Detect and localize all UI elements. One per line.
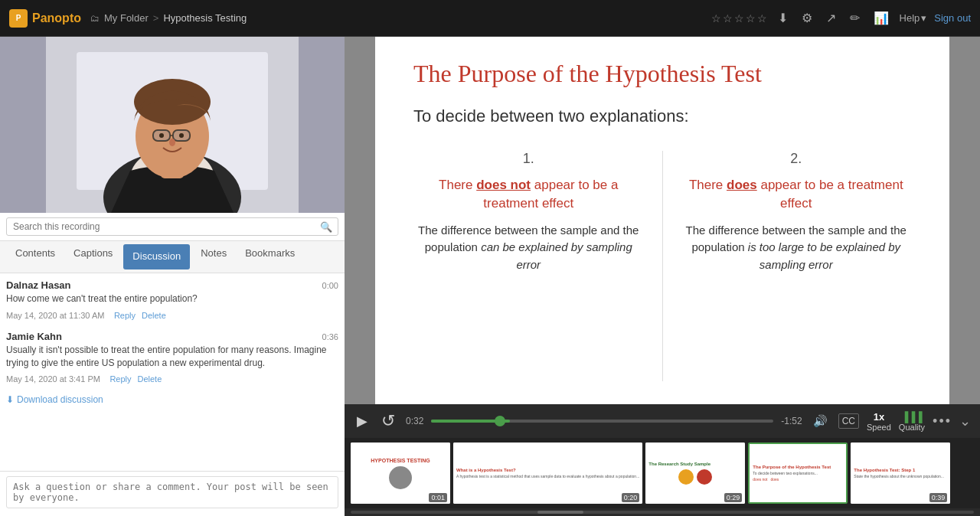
comment-1-time: 0:00 (322, 281, 338, 290)
svg-point-17 (169, 139, 175, 146)
sidebar-item-captions[interactable]: Captions (64, 241, 122, 273)
thumbnail-scrollbar[interactable] (345, 508, 980, 516)
app-logo: P Panopto (9, 9, 81, 28)
download-icon: ⬇ (6, 394, 14, 405)
breadcrumb-current: Hypothesis Testing (163, 12, 247, 24)
sidebar-item-bookmarks[interactable]: Bookmarks (236, 241, 304, 273)
progress-fill (431, 420, 510, 423)
col2-heading-post: appear to be a treatment effect (757, 178, 903, 211)
star-1[interactable]: ☆ (711, 12, 721, 24)
play-button[interactable]: ▶ (354, 411, 371, 431)
comment-input-area (0, 471, 345, 516)
expand-button[interactable]: ⌄ (959, 413, 971, 429)
download-discussion-button[interactable]: ⬇ Download discussion (6, 394, 103, 405)
captions-button[interactable]: CC (838, 413, 859, 429)
thumb-1-time: 0:01 (429, 493, 447, 502)
speed-control[interactable]: 1x Speed (867, 411, 891, 432)
stats-button[interactable]: 📊 (871, 8, 892, 28)
thumbnail-2[interactable]: What is a Hypothesis Test? A hypothesis … (453, 443, 642, 504)
sidebar-nav: Contents Captions Discussion Notes Bookm… (0, 241, 345, 273)
top-bar: P Panopto 🗂 My Folder > Hypothesis Testi… (0, 0, 980, 37)
col1-number: 1. (413, 151, 644, 167)
video-controls: ▶ ↺ 0:32 -1:52 🔊 CC 1x Speed ▐▐▐ Quality… (345, 404, 980, 438)
col1-heading: There does not appear to be a treatment … (413, 176, 644, 213)
current-time: 0:32 (406, 416, 423, 426)
discussion-area: Dalnaz Hasan 0:00 How come we can't trea… (0, 273, 345, 471)
col2-number: 2. (681, 151, 912, 167)
edit-button[interactable]: ✏ (847, 8, 863, 28)
right-panel: The Purpose of the Hypothesis Test To de… (345, 37, 980, 516)
comment-2-actions: Reply Delete (109, 374, 162, 384)
more-options-button[interactable]: ••• (933, 413, 952, 429)
slide-col-2: 2. There does appear to be a treatment e… (681, 151, 912, 381)
star-rating[interactable]: ☆ ☆ ☆ ☆ ☆ (711, 12, 767, 24)
scroll-track[interactable] (351, 511, 974, 514)
thumbnail-4[interactable]: The Purpose of the Hypothesis Test To de… (748, 443, 848, 504)
col1-heading-pre: There (439, 178, 476, 192)
speed-label: Speed (867, 423, 891, 432)
comment-1-date: May 14, 2020 at 11:30 AM (6, 311, 104, 320)
col2-heading-pre: There (689, 178, 727, 192)
rewind-button[interactable]: ↺ (378, 410, 398, 433)
slide-column-divider (662, 151, 663, 381)
thumbnail-1[interactable]: HYPOTHESIS TESTING 0:01 (351, 443, 450, 504)
thumb-2-time: 0:20 (622, 493, 640, 502)
star-4[interactable]: ☆ (746, 12, 756, 24)
svg-point-15 (159, 133, 164, 138)
scroll-thumb[interactable] (537, 511, 583, 514)
search-bar: 🔍 (0, 213, 345, 241)
left-panel: 🔍 Contents Captions Discussion Notes Boo… (0, 37, 345, 516)
star-2[interactable]: ☆ (723, 12, 733, 24)
search-input[interactable] (6, 217, 338, 236)
thumbnail-strip: HYPOTHESIS TESTING 0:01 What is a Hypoth… (345, 438, 980, 508)
progress-bar[interactable] (431, 420, 773, 423)
comment-1-delete[interactable]: Delete (142, 311, 166, 320)
app-name: Panopto (32, 11, 81, 25)
comment-1-author: Dalnaz Hasan (6, 279, 71, 291)
sidebar-item-notes[interactable]: Notes (191, 241, 236, 273)
slide-area: The Purpose of the Hypothesis Test To de… (345, 37, 980, 404)
thumbnail-5[interactable]: The Hypothesis Test: Step 1 State the hy… (851, 443, 950, 504)
svg-rect-3 (299, 37, 345, 213)
sign-out-button[interactable]: Sign out (934, 12, 971, 24)
comment-1-reply[interactable]: Reply (114, 311, 136, 320)
svg-rect-2 (0, 37, 46, 213)
thumb-3-time: 0:29 (724, 493, 743, 502)
comment-1-actions: Reply Delete (114, 311, 166, 320)
sidebar-item-contents[interactable]: Contents (6, 241, 64, 273)
thumb-5-time: 0:39 (929, 493, 948, 502)
comment-2-author: Jamie Kahn (6, 331, 62, 342)
download-button[interactable]: ⬇ (775, 8, 791, 28)
slide-subtitle: To decide between two explanations: (413, 106, 911, 126)
help-button[interactable]: Help ▾ (900, 12, 927, 24)
volume-button[interactable]: 🔊 (810, 413, 831, 429)
share-button[interactable]: ↗ (823, 8, 839, 28)
comment-2: Jamie Kahn 0:36 Usually it isn't possibl… (6, 331, 338, 386)
slide-two-columns: 1. There does not appear to be a treatme… (413, 151, 911, 381)
speed-value: 1x (874, 411, 884, 423)
star-3[interactable]: ☆ (734, 12, 744, 24)
comment-input[interactable] (6, 476, 338, 508)
col1-desc: The difference between the sample and th… (413, 222, 644, 274)
breadcrumb-folder[interactable]: My Folder (104, 12, 149, 24)
quality-bars-icon: ▐▐▐ (901, 411, 923, 423)
star-5[interactable]: ☆ (757, 12, 767, 24)
sidebar-item-discussion[interactable]: Discussion (123, 244, 190, 269)
slide-right-margin (949, 37, 980, 404)
quality-control[interactable]: ▐▐▐ Quality (899, 411, 925, 432)
col1-heading-underline: does not (476, 178, 531, 192)
breadcrumb: 🗂 My Folder > Hypothesis Testing (90, 12, 247, 24)
settings-button[interactable]: ⚙ (799, 8, 815, 28)
slide-col-1: 1. There does not appear to be a treatme… (413, 151, 644, 381)
progress-thumb (495, 416, 505, 426)
presenter-video (0, 37, 345, 213)
comment-2-delete[interactable]: Delete (138, 374, 162, 384)
time-remaining: -1:52 (781, 416, 802, 426)
comment-2-time: 0:36 (322, 332, 338, 341)
comment-2-reply[interactable]: Reply (109, 374, 131, 384)
slide-content: The Purpose of the Hypothesis Test To de… (375, 37, 949, 404)
search-button[interactable]: 🔍 (320, 221, 332, 233)
folder-icon: 🗂 (90, 13, 100, 24)
thumbnail-3[interactable]: The Research Study Sample 0:29 (645, 443, 745, 504)
comment-1-text: How come we can't treat the entire popul… (6, 292, 338, 305)
